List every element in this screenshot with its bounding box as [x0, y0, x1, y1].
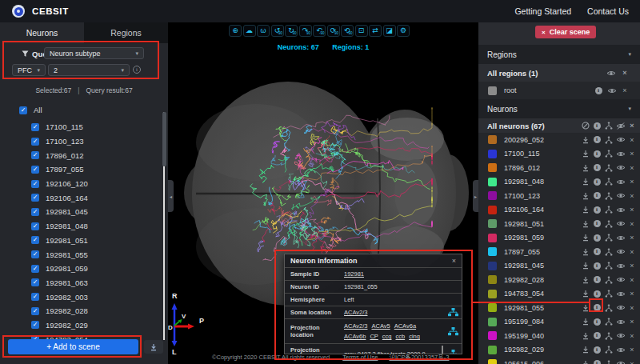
scene-neuron-row[interactable]: 17897_055i×	[478, 245, 640, 259]
neuron-color-swatch[interactable]	[488, 191, 497, 200]
region-info-icon[interactable]: i	[594, 86, 603, 95]
neuron-remove-icon[interactable]: ×	[627, 177, 637, 186]
region-remove-icon[interactable]: ×	[620, 86, 630, 95]
scene-neuron-row[interactable]: 192981_051i×	[478, 217, 640, 231]
neuron-remove-icon[interactable]: ×	[627, 261, 637, 270]
neuron-download-icon[interactable]	[581, 219, 590, 229]
neuron-download-icon[interactable]	[581, 205, 590, 214]
neuron-remove-icon[interactable]: ×	[627, 205, 637, 214]
projection-region-link[interactable]: cing	[409, 333, 420, 340]
neuron-download-icon[interactable]	[581, 163, 590, 173]
scene-neuron-row[interactable]: 195199_040i×	[478, 329, 640, 343]
neuron-list-item[interactable]: ✓192982_029	[0, 318, 168, 333]
scene-neuron-row[interactable]: 105615_006i×	[478, 357, 640, 364]
neuron-checkbox[interactable]: ✓	[31, 250, 39, 258]
neuron-list-item[interactable]: ✓192106_120	[0, 177, 168, 191]
tab-neurons[interactable]: Neurons	[0, 22, 84, 43]
soma-region-link[interactable]: ACAv2/3	[344, 309, 367, 316]
neuron-list-item[interactable]: ✓17100_123	[0, 134, 168, 149]
neuron-info-icon[interactable]: i	[592, 317, 602, 326]
neuron-color-swatch[interactable]	[488, 206, 497, 214]
scene-neuron-row[interactable]: 192106_164i×	[478, 203, 640, 218]
neuron-download-icon[interactable]	[581, 261, 590, 270]
icp-license-link[interactable]: 沪ICP备20013357号-3	[389, 354, 449, 362]
scene-neuron-row[interactable]: 17100_123i×	[478, 189, 640, 203]
neuron-checkbox[interactable]: ✓	[31, 222, 39, 230]
neuron-color-swatch[interactable]	[488, 150, 497, 158]
neuron-color-swatch[interactable]	[488, 135, 497, 144]
neuron-checkbox[interactable]: ✓	[31, 265, 39, 273]
remove-all-neurons-icon[interactable]: ×	[627, 121, 637, 130]
select-all-checkbox[interactable]: ✓	[19, 106, 27, 114]
scene-neuron-row[interactable]: 192981_045i×	[478, 259, 640, 274]
neuron-download-icon[interactable]	[581, 303, 590, 313]
neuron-morphology-icon[interactable]	[604, 303, 614, 313]
neuron-info-icon[interactable]: i	[592, 191, 602, 201]
neuron-info-icon[interactable]: i	[592, 289, 602, 298]
fit-screen-icon[interactable]: ⊡	[355, 25, 368, 37]
neuron-checkbox[interactable]: ✓	[31, 307, 39, 315]
neuron-color-swatch[interactable]	[488, 178, 497, 186]
projection-region-link[interactable]: CP	[370, 333, 378, 340]
download-all-disabled-icon[interactable]	[581, 121, 590, 130]
neuron-morphology-icon[interactable]	[604, 289, 614, 298]
neuron-visibility-icon[interactable]	[616, 289, 626, 298]
neuron-visibility-icon[interactable]	[616, 247, 626, 257]
scene-neuron-row[interactable]: 192982_028i×	[478, 273, 640, 287]
neuron-remove-icon[interactable]: ×	[627, 345, 637, 354]
neuron-checkbox[interactable]: ✓	[31, 293, 39, 301]
neuron-visibility-icon[interactable]	[616, 261, 626, 270]
neuron-visibility-icon[interactable]	[616, 163, 626, 173]
neuron-info-icon[interactable]: i	[592, 359, 602, 364]
neuron-remove-icon[interactable]: ×	[627, 233, 637, 242]
neuron-visibility-icon[interactable]	[616, 149, 626, 158]
neuron-download-icon[interactable]	[581, 289, 590, 298]
close-icon[interactable]: ×	[452, 257, 456, 265]
neuron-info-icon[interactable]: i	[592, 205, 602, 214]
neuron-list-item[interactable]: ✓192981_048	[0, 219, 168, 234]
neuron-checkbox[interactable]: ✓	[31, 166, 39, 174]
projection-region-link[interactable]: ccb	[395, 333, 405, 340]
neuron-info-icon[interactable]: i	[592, 163, 602, 173]
region-color-swatch[interactable]	[488, 86, 497, 95]
neuron-checkbox[interactable]: ✓	[31, 180, 39, 188]
regions-section-header[interactable]: Regions ▾	[478, 45, 640, 64]
brain-coronal-view-icon[interactable]: ω	[257, 25, 270, 37]
neuron-download-icon[interactable]	[581, 317, 590, 326]
scene-neuron-row[interactable]: 192982_029i×	[478, 343, 640, 358]
projection-tree-icon[interactable]	[444, 319, 462, 343]
neuron-visibility-icon[interactable]	[616, 345, 626, 354]
subtype-value-select[interactable]: 2 ▾	[48, 64, 130, 76]
download-selection-button[interactable]	[144, 340, 163, 354]
projection-region-link[interactable]: ACAv6a	[394, 322, 416, 330]
projection-region-link[interactable]: ACAv5	[371, 322, 390, 330]
neuron-checkbox[interactable]: ✓	[31, 194, 39, 202]
remove-all-regions-icon[interactable]: ×	[620, 68, 630, 78]
query-type-select[interactable]: Neuron subtype ▾	[44, 47, 144, 59]
projection-region-link[interactable]: ccg	[382, 333, 392, 340]
scene-neuron-row[interactable]: 192981_048i×	[478, 175, 640, 190]
neuron-morphology-icon[interactable]	[604, 177, 614, 186]
neuron-visibility-icon[interactable]	[616, 331, 626, 341]
neuron-visibility-icon[interactable]	[616, 303, 626, 313]
scene-neuron-row[interactable]: 192981_055i×	[478, 301, 640, 315]
neuron-morphology-icon[interactable]	[604, 247, 614, 257]
reset-view-icon[interactable]: ⇄	[369, 25, 382, 37]
scene-neuron-row[interactable]: 195199_084i×	[478, 315, 640, 330]
neurons-section-header[interactable]: Neurons ▾	[478, 99, 640, 118]
soma-tree-icon[interactable]	[444, 306, 462, 318]
select-all-row[interactable]: ✓ All	[19, 106, 42, 114]
rotate-z-ccw-icon[interactable]: ⟲-90	[341, 25, 354, 37]
neuron-visibility-icon[interactable]	[616, 205, 626, 214]
neuron-download-icon[interactable]	[581, 233, 590, 242]
neuron-list-item[interactable]: ✓192981_055	[0, 247, 168, 262]
neuron-color-swatch[interactable]	[488, 275, 497, 284]
projection-region-link[interactable]: ACAv6b	[344, 333, 366, 340]
region-row-root[interactable]: root i ×	[478, 82, 640, 99]
neuron-color-swatch[interactable]	[488, 219, 497, 228]
region-visibility-icon[interactable]	[607, 86, 617, 95]
neuron-list-item[interactable]: ✓192981_045	[0, 205, 168, 219]
tab-regions[interactable]: Regions	[84, 22, 168, 43]
neuron-morphology-icon[interactable]	[604, 163, 614, 173]
neuron-info-icon[interactable]: i	[592, 233, 602, 242]
